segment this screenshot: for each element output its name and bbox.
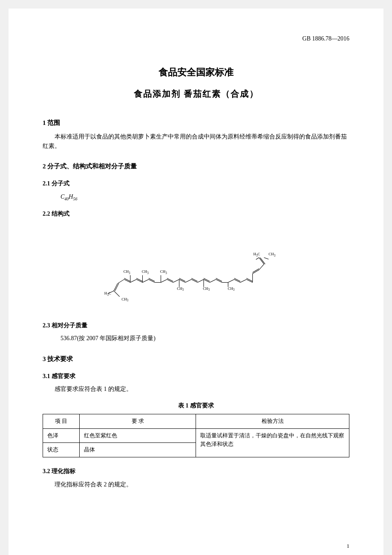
document-page: GB 1886.78—2016 食品安全国家标准 食品添加剂 番茄红素（合成） … [9,9,383,555]
svg-line-38 [210,279,216,282]
svg-text:CH3: CH3 [124,269,130,275]
svg-line-52 [259,257,264,264]
svg-text:CH3: CH3 [228,286,234,292]
page-number: 1 [347,542,350,551]
molecular-formula: C40H56 [61,192,349,202]
section31-heading: 3.1 感官要求 [43,373,75,379]
table-header-method: 检验方法 [196,414,349,428]
svg-line-11 [130,279,136,282]
section32-heading: 3.2 理化指标 [43,468,75,474]
svg-line-22 [161,279,167,282]
svg-line-33 [198,279,204,282]
table-cell-req1: 红色至紫红色 [80,428,196,443]
svg-text:CH3: CH3 [142,269,149,275]
table1-title: 表 1 感官要求 [43,401,349,410]
structure-diagram: H3C CH3 CH3 CH3 [43,227,349,312]
sub-title: 食品添加剂 番茄红素（合成） [43,87,349,101]
table-header-item: 项 目 [43,414,80,428]
section2-heading: 2 分子式、结构式和相对分子质量 [43,161,349,171]
section1-body: 本标准适用于以食品的其他类胡萝卜素生产中常用的合成中间体为原料经维蒂希缩合反应制… [43,132,349,151]
standard-number: GB 1886.78—2016 [43,34,349,43]
svg-text:H3C: H3C [253,252,260,257]
main-title: 食品安全国家标准 [43,65,349,80]
table-row: 色泽 红色至紫红色 取适量试样置于清洁，干燥的白瓷盘中，在自然光线下观察其色泽和… [43,428,349,443]
section32-intro: 理化指标应符合表 2 的规定。 [55,480,349,489]
table-header-requirement: 要 求 [80,414,196,428]
table-cell-req2: 晶体 [80,443,196,457]
section21-heading: 2.1 分子式 [43,180,69,187]
svg-text:H3C: H3C [104,291,111,297]
table-cell-method1: 取适量试样置于清洁，干燥的白瓷盘中，在自然光线下观察其色泽和状态 [196,428,349,457]
svg-text:CH3: CH3 [268,252,275,257]
molecular-weight-value: 536.87(按 2007 年国际相对原子质量) [61,334,349,343]
svg-text:CH3: CH3 [160,269,167,275]
svg-line-25 [173,279,179,282]
svg-line-47 [240,279,246,282]
sensory-table: 项 目 要 求 检验方法 色泽 红色至紫红色 取适量试样置于清洁，干燥的白瓷盘中… [43,414,349,457]
svg-line-5 [114,291,119,296]
section31-intro: 感官要求应符合表 1 的规定。 [55,384,349,394]
svg-line-55 [264,257,269,259]
svg-line-16 [142,279,148,282]
table-cell-item1: 色泽 [43,428,80,443]
svg-text:CH3: CH3 [203,286,210,292]
svg-line-44 [228,279,234,282]
section3-heading: 3 技术要求 [43,354,349,364]
section22-heading: 2.2 结构式 [43,211,69,217]
svg-text:CH3: CH3 [121,297,128,303]
table-cell-item2: 状态 [43,443,80,457]
svg-line-54 [256,257,259,259]
section1-heading: 1 范围 [43,118,349,128]
svg-line-53 [260,257,265,264]
section23-heading: 2.3 相对分子质量 [43,322,87,329]
svg-line-6 [118,279,124,283]
svg-line-28 [185,279,191,282]
svg-text:CH3: CH3 [177,286,184,292]
svg-line-56 [259,264,264,269]
